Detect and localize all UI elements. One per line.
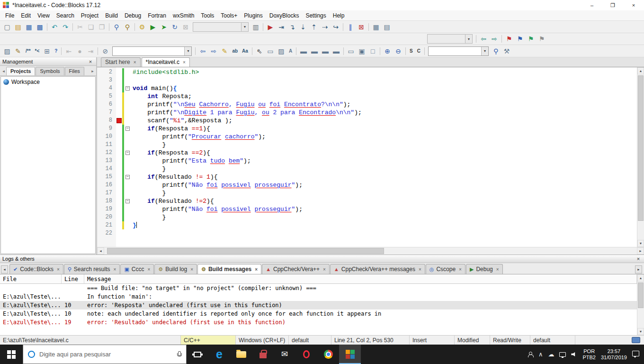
tab-close-icon[interactable]: × — [183, 60, 186, 65]
editor-tab-start-here[interactable]: Start here× — [101, 57, 141, 67]
paste-icon[interactable]: ❐ — [97, 22, 107, 32]
symbols-browser-icon[interactable]: ⊘ — [100, 46, 110, 56]
run-icon[interactable]: ▶ — [148, 22, 158, 32]
tab-close-icon[interactable]: × — [114, 267, 116, 272]
fold-toggle[interactable]: − — [124, 84, 131, 92]
debug-continue-icon[interactable]: ▶ — [265, 22, 276, 32]
copy-icon[interactable]: ❏ — [86, 22, 96, 32]
marker-margin[interactable] — [116, 205, 122, 213]
management-close-icon[interactable]: × — [87, 59, 94, 64]
menu-item-search[interactable]: Search — [53, 11, 78, 20]
marker-margin[interactable] — [116, 100, 122, 109]
marker-margin[interactable] — [116, 133, 122, 141]
management-tab-scroll-left-icon[interactable]: ◂ — [1, 67, 6, 75]
start-button[interactable] — [0, 345, 23, 364]
line-number[interactable]: 16 — [97, 181, 116, 189]
editor-scroll-up-icon[interactable]: ▲ — [637, 67, 644, 74]
tab-close-icon[interactable]: × — [147, 267, 150, 272]
strip-trailing-icon[interactable]: S — [408, 46, 415, 56]
previous-bookmark-icon[interactable]: ⚑ — [515, 34, 525, 44]
logs-tab-scroll-right-icon[interactable]: ► — [635, 265, 642, 273]
volume-icon[interactable] — [571, 352, 577, 357]
taskbar-app-mail[interactable]: ✉ — [274, 345, 295, 364]
line-number[interactable]: 3 — [97, 76, 116, 84]
action-center-icon[interactable] — [632, 351, 639, 356]
menu-item-project[interactable]: Project — [78, 11, 102, 20]
logs-vscroll-thumb[interactable] — [638, 282, 644, 308]
logs-tab-cppcheck-vera[interactable]: ▲CppCheck/Vera++× — [262, 264, 330, 274]
tab-close-icon[interactable]: × — [134, 60, 136, 65]
logs-tab-cscope[interactable]: ◎Cscope× — [426, 264, 465, 274]
doxyblocks-help-icon[interactable]: ? — [53, 46, 59, 56]
marker-margin[interactable] — [116, 181, 122, 189]
doxy-block-comment-icon[interactable]: /** — [24, 46, 33, 56]
debug-info-icon[interactable]: ▤ — [382, 22, 392, 32]
doxyblocks-run-icon[interactable]: ✎ — [13, 46, 23, 56]
menu-item-debug[interactable]: Debug — [121, 11, 144, 20]
marker-margin[interactable] — [116, 68, 122, 76]
marker-margin[interactable] — [116, 157, 122, 165]
fold-minus-icon[interactable]: − — [125, 175, 130, 179]
logs-tab-build-messages[interactable]: ⚙Build messages× — [197, 264, 261, 274]
table-row[interactable]: === Build file: "no target" in "no proje… — [0, 284, 637, 292]
align-right-icon[interactable]: ▬ — [320, 46, 331, 56]
debugging-windows-icon[interactable]: ▦ — [371, 22, 381, 32]
logs-close-icon[interactable]: × — [635, 256, 642, 262]
table-row[interactable]: E:\azul\Teste\...10error: 'Resposta' und… — [0, 301, 637, 309]
incremental-search-icon[interactable]: ⚲ — [491, 46, 501, 56]
jump-home-icon[interactable]: ● — [74, 46, 85, 56]
code-text[interactable]: if(Resposta ==2){ — [131, 149, 210, 157]
menu-item-view[interactable]: View — [34, 11, 53, 20]
goto-declaration-icon[interactable]: ⇦ — [197, 46, 208, 56]
menu-item-plugins[interactable]: Plugins — [241, 11, 266, 20]
call-tip-combo[interactable]: ▾ — [427, 34, 473, 44]
doxyblocks-extract-docs-icon[interactable]: ▨ — [2, 46, 12, 56]
fold-minus-icon[interactable]: − — [125, 199, 130, 203]
marker-margin[interactable] — [116, 213, 122, 221]
editor-vertical-scrollbar[interactable]: ▲ ▼ — [637, 67, 644, 247]
tab-close-icon[interactable]: × — [57, 267, 60, 272]
tab-close-icon[interactable]: × — [190, 267, 193, 272]
marker-margin[interactable] — [116, 229, 122, 237]
tab-close-icon[interactable]: × — [496, 267, 499, 272]
align-center-icon[interactable]: ▬ — [309, 46, 320, 56]
clock[interactable]: 23:57 31/07/2019 — [601, 348, 627, 361]
fold-toggle[interactable]: − — [124, 149, 131, 157]
marker-margin[interactable] — [116, 189, 122, 197]
menu-item-doxyblocks[interactable]: DoxyBlocks — [266, 11, 303, 20]
table-row[interactable]: E:\azul\Teste\...In function 'main': — [0, 292, 637, 301]
task-view-button[interactable] — [187, 345, 208, 364]
management-tab-files[interactable]: Files — [65, 67, 84, 75]
code-text[interactable]: if(Resultado != 1){ — [131, 173, 217, 181]
step-into-instruction-icon[interactable]: ↪ — [331, 22, 341, 32]
line-number[interactable]: 9 — [97, 125, 116, 133]
code-text[interactable]: if(Resposta ==1){ — [131, 125, 210, 133]
tab-close-icon[interactable]: × — [459, 267, 462, 272]
zoom-out-icon[interactable]: ⊖ — [393, 46, 403, 56]
marker-margin[interactable] — [116, 221, 122, 229]
breakpoint-marker[interactable] — [116, 117, 122, 125]
column-header-file[interactable]: File — [0, 274, 62, 283]
close-button[interactable]: × — [623, 0, 644, 10]
editor-hscroll-track[interactable] — [104, 247, 637, 255]
image-tool-icon[interactable]: ▨ — [276, 46, 286, 56]
build-and-run-icon[interactable]: ➤ — [159, 22, 169, 32]
menu-item-build[interactable]: Build — [102, 11, 121, 20]
logs-scroll-down-icon[interactable]: ▼ — [637, 328, 644, 335]
code-text[interactable]: int Reposta; — [131, 92, 192, 100]
text-tool-icon[interactable]: A — [287, 46, 294, 56]
management-tab-scroll-right-icon[interactable]: ▸ — [90, 67, 95, 75]
border-tool-icon[interactable]: ▭ — [346, 46, 356, 56]
taskbar-search[interactable]: Digite aqui para pesquisar — [23, 345, 187, 364]
stop-debugger-icon[interactable]: ⊠ — [356, 22, 367, 32]
line-number[interactable]: 17 — [97, 189, 116, 197]
line-number[interactable]: 22 — [97, 229, 116, 237]
line-number[interactable]: 8 — [97, 117, 116, 125]
code-text[interactable]: void main(){ — [131, 84, 177, 92]
line-number[interactable]: 18 — [97, 197, 116, 205]
code-text[interactable]: printf("Esta tudo bem"); — [131, 157, 251, 165]
taskbar-app-opera[interactable] — [295, 345, 317, 364]
code-text[interactable]: scanf("%i",&Resposta ); — [131, 117, 233, 125]
logs-vscroll-track[interactable] — [637, 282, 644, 328]
taskbar-app-store[interactable] — [252, 345, 274, 364]
